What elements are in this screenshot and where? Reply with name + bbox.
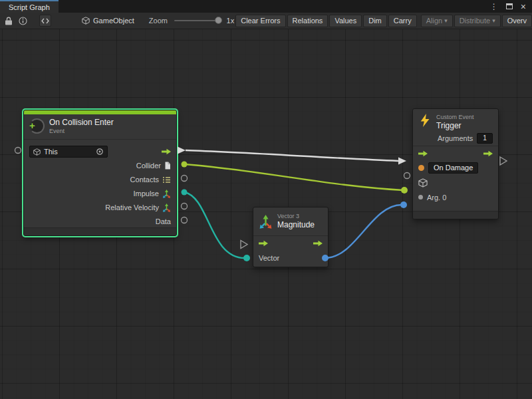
arg0-port[interactable] [418, 195, 423, 200]
event-name-input[interactable]: On Damage [428, 162, 478, 174]
code-view-button[interactable] [39, 15, 51, 27]
button-label: Values [334, 17, 356, 25]
node-trigger-custom-event[interactable]: Custom Event Trigger Arguments 1 On Dama… [412, 108, 499, 219]
gameobject-icon [82, 17, 90, 25]
values-button[interactable]: Values [329, 15, 362, 27]
vector3-icon [259, 215, 273, 229]
port-label: Contacts [130, 176, 159, 184]
wire-impulse-to-vector[interactable] [184, 192, 245, 258]
node-title: Magnitude [277, 220, 315, 230]
port-label: Relative Velocity [105, 203, 159, 211]
node-title: Trigger [436, 121, 474, 131]
port-label: Impulse [133, 190, 159, 198]
button-label: Dim [368, 17, 382, 25]
port-flow-out-triangle[interactable] [500, 157, 507, 165]
zoom-label: Zoom [149, 17, 168, 25]
button-label: Carry [394, 17, 412, 25]
relations-button[interactable]: Relations [287, 15, 329, 27]
node-subtitle: Event [49, 128, 114, 135]
clear-errors-button[interactable]: Clear Errors [235, 15, 285, 27]
port-impulse-out[interactable] [182, 190, 188, 196]
carry-button[interactable]: Carry [388, 15, 417, 27]
arguments-label: Arguments [438, 134, 473, 142]
node-type-label: Vector 3 [277, 213, 315, 220]
port-label: Vector [259, 254, 279, 262]
port-label: Collider [136, 162, 161, 170]
vector3-axes-icon [162, 190, 171, 198]
wire-collider-to-target[interactable] [184, 164, 403, 190]
port-label: Arg. 0 [427, 194, 446, 201]
chevron-down-icon: ▾ [444, 17, 448, 24]
chevron-down-icon: ▾ [492, 17, 495, 24]
port-contacts-out[interactable] [182, 176, 188, 182]
node-footer [413, 211, 498, 219]
node-footer [24, 227, 176, 235]
flow-output-arrow-icon[interactable] [162, 148, 171, 155]
wire-flow-collision-to-trigger[interactable] [186, 150, 398, 161]
script-graph-window: Script Graph ⋮ × GameObject Zoom 1x Clea… [0, 0, 532, 399]
button-label: Overv [507, 17, 527, 25]
gameobject-cube-icon [33, 148, 41, 156]
event-name-port[interactable] [418, 165, 424, 171]
wire-flow-start-arrow [178, 147, 186, 154]
port-this-in[interactable] [15, 148, 21, 154]
code-icon [41, 17, 49, 25]
port-vector-in[interactable] [243, 255, 250, 261]
collider-file-icon [164, 162, 171, 170]
button-label: Align [426, 17, 442, 25]
close-icon[interactable]: × [521, 2, 526, 11]
wire-magnitude-to-arg0[interactable] [325, 205, 402, 258]
object-picker-icon[interactable] [96, 148, 104, 156]
custom-event-bolt-icon [418, 114, 432, 127]
zoom-slider[interactable] [174, 20, 221, 21]
port-collider-out[interactable] [182, 162, 188, 168]
target-cube-icon[interactable] [418, 178, 428, 188]
flow-input-arrow-icon[interactable] [259, 240, 268, 247]
zoom-value: 1x [227, 17, 235, 25]
tab-bar: Script Graph ⋮ × [0, 0, 532, 13]
wire-flow-arrowhead [398, 158, 406, 165]
port-arg0-in[interactable] [400, 201, 407, 208]
node-type-label: Custom Event [436, 114, 474, 121]
window-controls: ⋮ × [490, 0, 532, 13]
arguments-count-input[interactable]: 1 [477, 133, 493, 144]
button-label: Relations [293, 17, 323, 25]
collision-event-icon: + [29, 118, 45, 134]
zoom-slider-knob[interactable] [215, 17, 222, 24]
graph-owner-label: GameObject [93, 17, 134, 25]
tab-script-graph[interactable]: Script Graph [0, 0, 59, 13]
vector3-axes-icon [162, 203, 171, 212]
port-event-target-in[interactable] [401, 187, 408, 194]
align-dropdown[interactable]: Align▾ [421, 15, 453, 27]
port-flow-in-triangle[interactable] [241, 241, 247, 249]
flow-output-arrow-icon[interactable] [313, 240, 323, 247]
port-label: Data [156, 217, 171, 225]
flow-output-arrow-icon[interactable] [483, 150, 493, 157]
distribute-dropdown[interactable]: Distribute▾ [454, 15, 501, 27]
window-menu-icon[interactable]: ⋮ [490, 3, 498, 11]
target-object-value: This [44, 148, 58, 156]
dim-button[interactable]: Dim [363, 15, 387, 27]
contacts-list-icon [162, 176, 171, 184]
button-label: Distribute [460, 17, 490, 25]
port-data-out[interactable] [182, 217, 188, 223]
node-vector3-magnitude[interactable]: Vector 3 Magnitude Vector [253, 207, 329, 267]
info-icon[interactable] [19, 17, 27, 25]
port-relative-velocity-out[interactable] [182, 203, 188, 209]
overview-button[interactable]: Overv [502, 15, 532, 27]
flow-input-arrow-icon[interactable] [418, 150, 428, 157]
graph-owner[interactable]: GameObject [82, 17, 134, 25]
button-label: Clear Errors [241, 17, 280, 25]
maximize-icon[interactable] [506, 3, 513, 9]
graph-canvas[interactable]: + On Collision Enter Event This Collider… [0, 29, 532, 399]
port-event-name-in[interactable] [404, 173, 410, 179]
tab-label: Script Graph [9, 3, 50, 11]
graph-toolbar: GameObject Zoom 1x Clear Errors Relation… [0, 13, 532, 29]
node-on-collision-enter[interactable]: + On Collision Enter Event This Collider… [23, 110, 177, 236]
lock-icon[interactable] [5, 17, 13, 25]
node-title: On Collision Enter [49, 118, 114, 128]
target-object-field[interactable]: This [29, 146, 108, 158]
